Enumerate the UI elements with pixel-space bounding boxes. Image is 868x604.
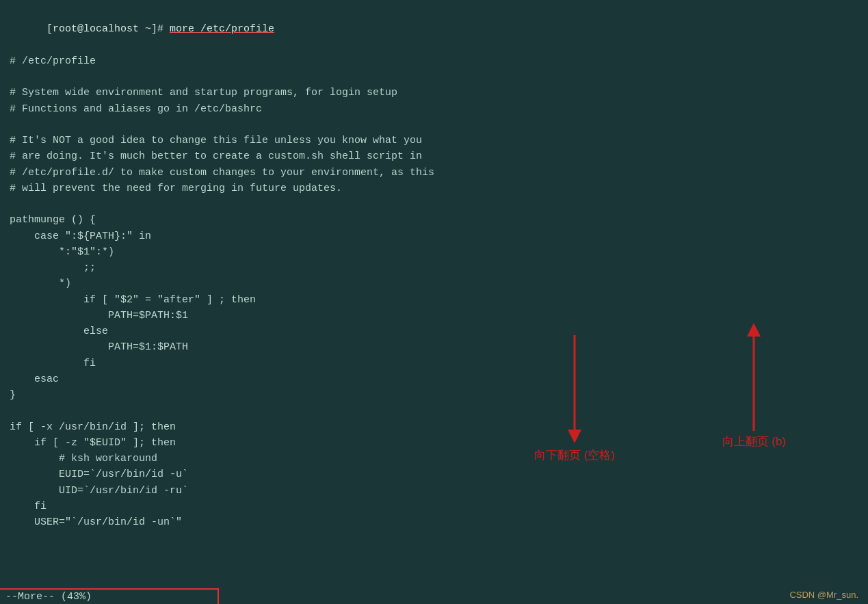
line-15: *): [10, 276, 858, 291]
line-6: # It's NOT a good idea to change this fi…: [10, 133, 858, 148]
line-28: UID=`/usr/bin/id -ru`: [10, 483, 858, 499]
arrow-up-container: 向上翻页 (b): [722, 321, 787, 449]
command-line: [root@localhost ~]# more /etc/profile: [10, 5, 858, 53]
line-9: # will prevent the need for merging in f…: [10, 181, 858, 196]
line-empty-1: [10, 69, 858, 85]
line-11: pathmunge () {: [10, 212, 858, 228]
line-3: # System wide environment and startup pr…: [10, 85, 858, 101]
command-text: more /etc/profile: [170, 23, 274, 35]
line-29: fi: [10, 499, 858, 514]
line-1: # /etc/profile: [10, 53, 858, 69]
arrow-down-label: 向下翻页 (空格): [534, 447, 615, 463]
line-4: # Functions and aliases go in /etc/bashr…: [10, 101, 858, 117]
arrow-down-icon: [566, 335, 583, 445]
line-empty-2: [10, 117, 858, 133]
terminal-content: [root@localhost ~]# more /etc/profile # …: [10, 5, 858, 530]
arrow-down-container: 向下翻页 (空格): [534, 335, 615, 463]
line-13: *:"$1":*): [10, 244, 858, 260]
line-26: # ksh workaround: [10, 451, 858, 467]
line-14: ;;: [10, 260, 858, 276]
terminal-window: [root@localhost ~]# more /etc/profile # …: [0, 0, 868, 604]
line-8: # /etc/profile.d/ to make custom changes…: [10, 165, 858, 181]
svg-marker-2: [747, 323, 761, 337]
line-30: USER="`/usr/bin/id -un`": [10, 514, 858, 530]
svg-marker-1: [568, 430, 581, 443]
line-empty-3: [10, 196, 858, 212]
line-7: # are doing. It's much better to create …: [10, 148, 858, 164]
more-bar: --More-- (43%): [0, 588, 219, 604]
more-bar-text: --More-- (43%): [5, 591, 92, 603]
line-27: EUID=`/usr/bin/id -u`: [10, 467, 858, 482]
arrow-up-icon: [746, 321, 762, 431]
csdn-watermark: CSDN @Mr_sun.: [789, 590, 858, 600]
prompt: [root@localhost ~]#: [47, 23, 170, 35]
arrow-up-label: 向上翻页 (b): [722, 434, 787, 449]
line-12: case ":${PATH}:" in: [10, 228, 858, 244]
line-16: if [ "$2" = "after" ] ; then: [10, 292, 858, 308]
